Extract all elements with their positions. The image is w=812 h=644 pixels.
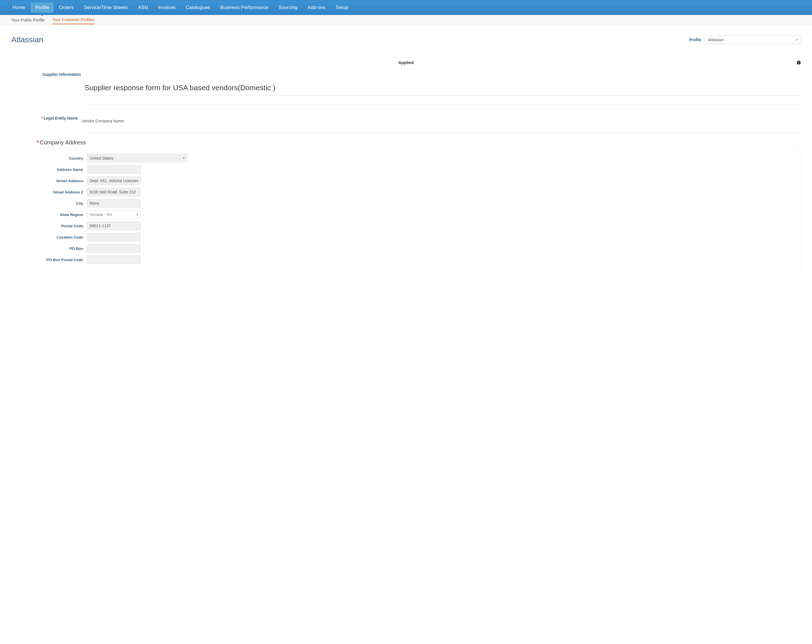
state-region-value: Nevada - NV <box>90 212 112 217</box>
supplier-form-title: Supplier response form for USA based ven… <box>85 84 801 96</box>
po-box-postal-row: PO Box Postal Code <box>42 255 795 264</box>
divider <box>85 104 801 105</box>
country-select[interactable]: United States ▾ <box>87 154 187 162</box>
location-code-label: Location Code <box>42 235 87 240</box>
po-box-postal-label: PO Box Postal Code <box>42 258 87 262</box>
sub-nav: Your Public Profile Your Customer Profil… <box>0 15 812 25</box>
location-code-input[interactable] <box>87 233 141 241</box>
address-name-input[interactable] <box>87 165 141 174</box>
street-address-row: Street Address <box>42 177 795 185</box>
po-box-postal-input[interactable] <box>87 255 141 264</box>
nav-catalogues[interactable]: Catalogues <box>181 3 215 13</box>
legal-entity-row: *Legal Entity Name Vendor Company Name <box>11 113 801 123</box>
address-name-label: Address Name <box>42 168 87 172</box>
profile-select[interactable]: Atlassian ▾ <box>705 35 801 44</box>
city-row: City <box>42 199 795 208</box>
postal-code-input[interactable] <box>87 221 141 230</box>
state-region-label: State Region <box>42 213 87 217</box>
nav-add-ons[interactable]: Add-ons <box>303 3 330 13</box>
info-icon[interactable]: i <box>797 61 801 64</box>
po-box-row: PO Box <box>42 244 795 253</box>
chevron-down-icon: ▾ <box>136 213 138 217</box>
top-nav: Home Profile Orders Service/Time Sheets … <box>0 0 812 15</box>
chevron-down-icon: ▾ <box>183 156 185 160</box>
profile-selector-label: Profile <box>689 38 702 42</box>
supplier-information-heading: Supplier Information <box>42 72 801 77</box>
location-code-row: Location Code <box>42 233 795 241</box>
applied-label: Applied <box>398 60 414 65</box>
subnav-customer-profiles[interactable]: Your Customer Profiles <box>52 16 95 24</box>
legal-entity-value: Vendor Company Name <box>82 113 801 123</box>
chevron-down-icon: ▾ <box>796 38 798 42</box>
postal-code-label: Postal Code <box>42 224 87 228</box>
country-value: United States <box>90 156 113 160</box>
profile-selector: Profile Atlassian ▾ <box>689 35 801 44</box>
nav-orders[interactable]: Orders <box>55 3 78 13</box>
country-label: Country <box>42 156 87 160</box>
nav-invoices[interactable]: Invoices <box>154 3 180 13</box>
po-box-label: PO Box <box>42 246 87 251</box>
city-label: City <box>42 201 87 206</box>
nav-sourcing[interactable]: Sourcing <box>274 3 302 13</box>
street-address-2-row: Street Address 2 <box>42 188 795 196</box>
page-header: Atlassian Profile Atlassian ▾ <box>0 25 812 47</box>
street-address-input[interactable] <box>87 177 141 185</box>
street-address-label: Street Address <box>42 179 87 183</box>
nav-profile[interactable]: Profile <box>31 3 53 13</box>
state-region-row: State Region Nevada - NV ▾ <box>42 211 795 219</box>
nav-service-time-sheets[interactable]: Service/Time Sheets <box>79 3 133 13</box>
po-box-input[interactable] <box>87 244 141 253</box>
nav-asn[interactable]: ASN <box>134 3 153 13</box>
company-address-box: Country United States ▾ Address Name Str… <box>37 149 801 273</box>
city-input[interactable] <box>87 199 141 208</box>
profile-select-value: Atlassian <box>708 38 724 42</box>
postal-code-row: Postal Code <box>42 221 795 230</box>
company-address-heading: *Company Address <box>37 139 801 146</box>
nav-home[interactable]: Home <box>8 3 30 13</box>
address-name-row: Address Name <box>42 165 795 174</box>
subnav-public-profile[interactable]: Your Public Profile <box>11 16 44 24</box>
legal-entity-label: *Legal Entity Name <box>11 116 82 121</box>
country-row: Country United States ▾ <box>42 154 795 162</box>
street-address-2-input[interactable] <box>87 188 141 196</box>
nav-business-performance[interactable]: Business Performance <box>216 3 273 13</box>
page-title: Atlassian <box>11 35 43 44</box>
applied-row: Applied i <box>11 60 801 65</box>
nav-setup[interactable]: Setup <box>331 3 353 13</box>
state-region-select[interactable]: Nevada - NV ▾ <box>87 211 141 219</box>
content: Applied i Supplier Information Supplier … <box>0 47 812 290</box>
street-address-2-label: Street Address 2 <box>42 190 87 194</box>
